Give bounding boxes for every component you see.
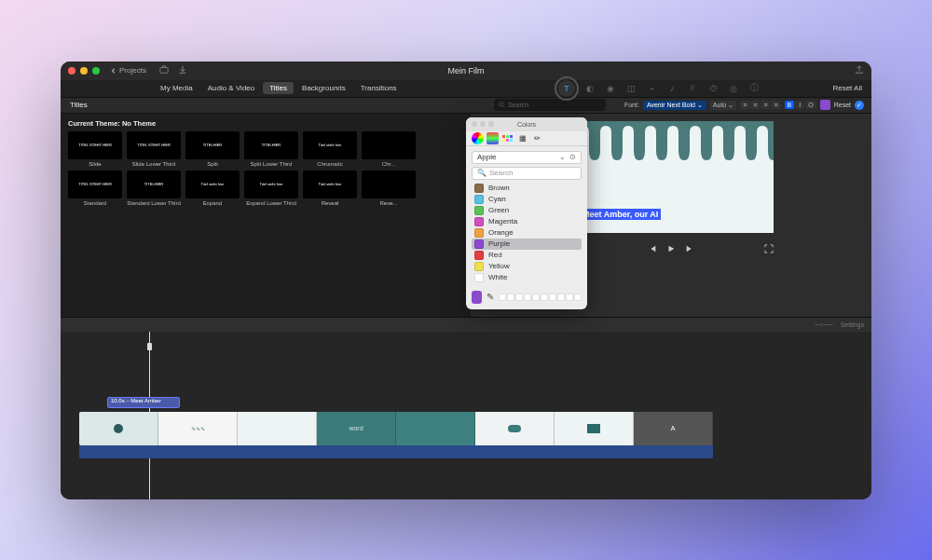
thumbnail-image xyxy=(362,171,416,198)
title-thumbnail[interactable]: TITELHIERStandard Lower Third xyxy=(127,171,181,206)
align-left-button[interactable]: ≡ xyxy=(740,101,749,109)
color-list-item[interactable]: Orange xyxy=(472,227,582,239)
title-thumbnail[interactable]: TITEL STEHT HIERSlide xyxy=(68,131,122,167)
title-thumbnail[interactable]: Titel steht hierReveal xyxy=(303,171,357,206)
audio-track[interactable] xyxy=(79,445,713,458)
back-to-projects-button[interactable]: Projects xyxy=(111,66,146,75)
align-center-button[interactable]: ≡ xyxy=(750,101,760,109)
colors-panel: Colors ▦ ✏ Apple ⌄⊙ 🔍 Search BrownCyanGr… xyxy=(466,117,587,309)
alignment-segment: ≡ ≡ ≡ ≡ xyxy=(740,101,780,109)
title-caption[interactable]: Meet Amber, our AI xyxy=(580,209,661,220)
sub-header-row: Titles Search Font: Avenir Next Bold ⌄ A… xyxy=(61,97,871,114)
font-dropdown[interactable]: Avenir Next Bold ⌄ xyxy=(643,101,706,110)
tab-titles[interactable]: Titles xyxy=(263,82,294,94)
media-tabs: My Media Audio & Video Titles Background… xyxy=(154,82,404,94)
download-icon[interactable] xyxy=(178,65,187,76)
align-right-button[interactable]: ≡ xyxy=(761,101,770,109)
thumbnail-image: Titel steht hier xyxy=(303,131,357,159)
palette-dropdown[interactable]: Apple ⌄⊙ xyxy=(472,151,582,164)
video-track[interactable]: ∿∿∿ word A xyxy=(79,412,713,445)
title-thumbnail[interactable]: TITEL STEHT HIERSlide Lower Third xyxy=(127,131,181,167)
color-name: Orange xyxy=(488,228,514,237)
timeline[interactable]: 10.0s – Meet Amber ∿∿∿ word A xyxy=(61,332,871,499)
color-list-item[interactable]: Cyan xyxy=(472,194,582,205)
color-list-item[interactable]: White xyxy=(472,272,582,283)
speed-icon[interactable]: ⏱ xyxy=(707,83,719,94)
reset-all-button[interactable]: Reset All xyxy=(832,84,862,92)
import-icon[interactable] xyxy=(159,65,169,76)
title-thumbnail[interactable]: TITEL STEHT HIERStandard xyxy=(68,171,122,206)
tab-transitions[interactable]: Transitions xyxy=(354,82,404,94)
thumbnail-label: Chr... xyxy=(382,161,395,167)
text-inspector-icon[interactable]: T xyxy=(558,80,575,97)
noise-reduction-icon[interactable]: ⫴ xyxy=(687,83,698,94)
saved-swatches[interactable] xyxy=(499,294,582,301)
zoom-slider[interactable]: ─○── xyxy=(816,321,833,328)
title-thumbnail[interactable]: Reve... xyxy=(362,171,416,206)
text-color-swatch[interactable] xyxy=(820,100,830,110)
color-list-item[interactable]: Green xyxy=(472,205,582,216)
color-list-item[interactable]: Yellow xyxy=(472,261,582,272)
outline-button[interactable]: O xyxy=(805,101,816,109)
info-icon[interactable]: ⓘ xyxy=(748,83,760,94)
svg-point-1 xyxy=(500,102,503,106)
browser-search-input[interactable]: Search xyxy=(494,99,606,111)
color-search-input[interactable]: 🔍 Search xyxy=(472,167,582,180)
thumbnail-label: Split xyxy=(207,161,218,167)
next-frame-button[interactable] xyxy=(685,244,694,255)
color-balance-icon[interactable]: ◐ xyxy=(584,83,596,94)
reset-text-button[interactable]: Reset xyxy=(834,102,851,108)
italic-button[interactable]: I xyxy=(795,101,804,109)
title-thumbnail[interactable]: Titel steht hierChromatic xyxy=(303,131,357,167)
title-thumbnail[interactable]: TITELHIERSplit xyxy=(185,131,240,167)
title-thumbnail[interactable]: TITELHIERSplit Lower Third xyxy=(244,131,298,167)
prev-frame-button[interactable] xyxy=(648,244,657,255)
font-size-mode[interactable]: Auto ⌄ xyxy=(710,101,736,110)
fullscreen-icon[interactable] xyxy=(764,244,774,255)
color-list-item[interactable]: Red xyxy=(472,250,582,261)
thumbnail-label: Split Lower Third xyxy=(251,161,293,167)
imovie-window: Projects Mein Film My Media Audio & Vide… xyxy=(61,61,871,499)
stabilize-icon[interactable]: ⌁ xyxy=(646,83,657,94)
colors-panel-titlebar[interactable]: Colors xyxy=(466,117,587,131)
image-palettes-tab[interactable]: ▦ xyxy=(516,132,528,144)
title-thumbnail[interactable]: Titel steht hierExpand xyxy=(185,171,240,206)
bold-button[interactable]: B xyxy=(785,101,795,109)
tab-my-media[interactable]: My Media xyxy=(154,82,199,94)
back-label: Projects xyxy=(119,66,146,75)
tab-audio-video[interactable]: Audio & Video xyxy=(201,82,262,94)
play-button[interactable] xyxy=(666,244,676,255)
settings-button[interactable]: Settings xyxy=(841,321,864,328)
color-wheel-tab[interactable] xyxy=(472,132,484,144)
title-clip[interactable]: 10.0s – Meet Amber xyxy=(107,397,180,408)
color-correction-icon[interactable]: ◉ xyxy=(605,83,616,94)
title-thumbnail[interactable]: Chr... xyxy=(362,131,416,167)
tab-backgrounds[interactable]: Backgrounds xyxy=(295,82,352,94)
volume-icon[interactable]: ♪ xyxy=(666,83,678,94)
style-segment: B I O xyxy=(785,101,816,109)
color-list-item[interactable]: Purple xyxy=(472,239,582,250)
thumbnail-label: Expand xyxy=(203,200,222,206)
current-color-swatch[interactable] xyxy=(472,291,482,304)
eyedropper-icon[interactable]: ✎ xyxy=(487,292,494,302)
crop-icon[interactable]: ◫ xyxy=(625,83,637,94)
color-list-item[interactable]: Magenta xyxy=(472,216,582,227)
share-icon[interactable] xyxy=(855,65,864,76)
apply-checkmark-icon[interactable]: ✓ xyxy=(855,101,864,110)
close-window-icon[interactable] xyxy=(68,67,75,75)
color-palettes-tab[interactable] xyxy=(501,132,514,144)
search-icon xyxy=(499,102,505,108)
align-justify-button[interactable]: ≡ xyxy=(771,101,780,109)
clip-filter-icon[interactable]: ◎ xyxy=(728,83,739,94)
title-thumbnail[interactable]: Titel steht hierExpand Lower Third xyxy=(244,171,298,206)
palette-menu-icon[interactable]: ⊙ xyxy=(569,153,576,161)
color-swatch-icon xyxy=(474,239,484,249)
pencils-tab[interactable]: ✏ xyxy=(531,132,543,144)
minimize-window-icon[interactable] xyxy=(80,67,88,75)
preview-canvas[interactable]: Meet Amber, our AI xyxy=(569,121,774,233)
zoom-window-icon[interactable] xyxy=(92,67,100,75)
traffic-lights xyxy=(68,67,100,75)
color-list-item[interactable]: Brown xyxy=(472,183,582,194)
color-name: Magenta xyxy=(488,217,517,225)
color-sliders-tab[interactable] xyxy=(487,132,499,144)
